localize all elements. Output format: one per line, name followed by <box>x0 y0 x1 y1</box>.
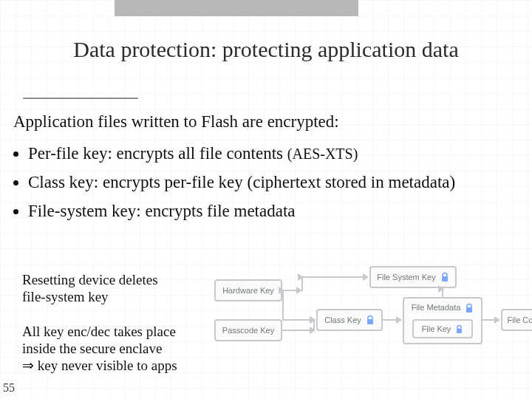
arrow <box>383 319 401 321</box>
bullet-rest: : encrypts per-file key (ciphertext stor… <box>94 173 455 191</box>
intro-text: Application files written to Flash are e… <box>13 112 339 132</box>
arrow-segment <box>301 276 303 291</box>
bullet-item: Per-file key: encrypts all file contents… <box>28 143 455 163</box>
page-number: 55 <box>3 381 15 395</box>
note1-line2: file-system key <box>22 289 109 304</box>
bullet-keyword: File-system key <box>28 202 136 220</box>
box-hardware-key: Hardware Key <box>214 279 282 301</box>
label-file-key: File Key <box>422 324 451 333</box>
arrow <box>301 276 368 278</box>
svg-rect-2 <box>466 307 472 313</box>
bullet-keyword: Class key <box>28 173 94 191</box>
decorative-top-bar <box>115 0 358 16</box>
note1-line1: Resetting device deletes <box>22 272 158 287</box>
box-file-key: File Key <box>412 319 473 338</box>
key-hierarchy-diagram: Hardware Key Passcode Key File System Ke… <box>214 266 525 369</box>
bullet-list: Per-file key: encrypts all file contents… <box>13 137 455 230</box>
lock-icon <box>440 272 449 282</box>
label-file-system-key: File System Key <box>377 273 435 282</box>
svg-rect-0 <box>442 276 448 282</box>
label-file-contents: File Contents <box>508 316 532 324</box>
box-class-key: Class Key <box>316 309 383 331</box>
arrow-segment <box>282 290 284 319</box>
box-passcode-key: Passcode Key <box>214 319 282 341</box>
footnote-enclave: All key enc/dec takes place inside the s… <box>22 324 177 374</box>
bullet-item: Class key: encrypts per-file key (cipher… <box>28 172 455 192</box>
bullet-rest: : encrypts file metadata <box>136 202 295 220</box>
label-passcode-key: Passcode Key <box>222 326 274 335</box>
arrow <box>442 288 443 297</box>
bullet-keyword: Per-file key <box>28 144 107 163</box>
divider-line <box>23 98 138 99</box>
note2-line2: inside the secure enclave <box>22 341 162 356</box>
bullet-item: File-system key: encrypts file metadata <box>28 201 455 221</box>
lock-icon <box>465 303 474 313</box>
svg-rect-1 <box>367 319 373 324</box>
box-file-contents: File Contents <box>501 309 532 331</box>
slide-title: Data protection: protecting application … <box>0 37 532 62</box>
bullet-rest: : encrypts all file contents <box>107 144 287 163</box>
note2-line3: ⇒ key never visible to apps <box>22 358 177 373</box>
arrow <box>282 290 301 291</box>
bullet-tail: (AES-XTS) <box>287 146 358 162</box>
label-file-metadata: File Metadata <box>412 303 461 312</box>
label-hardware-key: Hardware Key <box>222 286 274 295</box>
arrow-segment <box>313 319 315 331</box>
lock-icon <box>455 324 463 334</box>
note2-line1: All key enc/dec takes place <box>22 324 176 339</box>
arrow <box>282 330 315 331</box>
footnote-reset: Resetting device deletes file-system key <box>22 272 158 306</box>
label-class-key: Class Key <box>324 316 361 324</box>
svg-rect-3 <box>457 328 462 333</box>
lock-icon <box>366 315 375 325</box>
arrow <box>482 319 499 321</box>
